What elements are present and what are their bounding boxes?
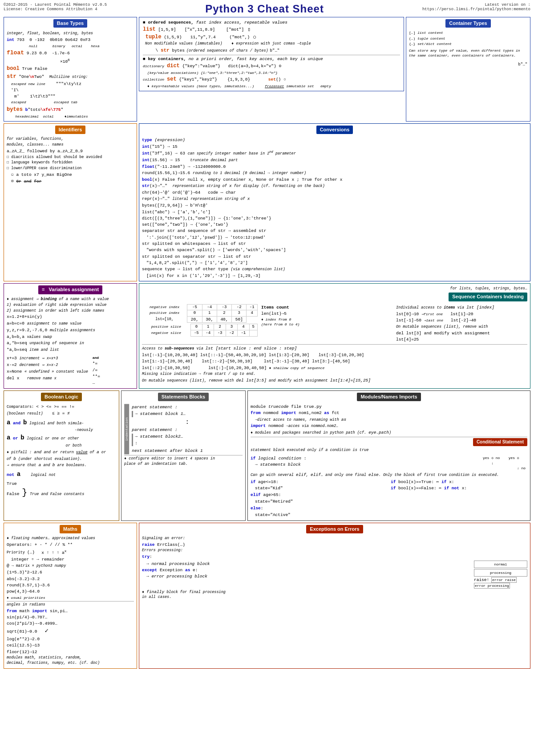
- boolean-logic-box: Boolean Logic Comparators: < > <= >= == …: [4, 390, 119, 521]
- block2-dots: :: [135, 440, 243, 446]
- set-line: collection set {"key1","key2"} {1,9,3,0}…: [143, 76, 400, 83]
- conv-bytes: bytes([72,9,64]) → b'H\t@': [142, 203, 342, 208]
- seq-indexing-title: Sequence Containers Indexing: [449, 293, 527, 301]
- statements-title-bar: Statements Blocks: [124, 393, 243, 402]
- identifiers-title-bar: Identifiers: [7, 126, 134, 135]
- variables-title: = Variables assignment: [38, 285, 102, 294]
- bool-line: bool True False: [7, 65, 134, 73]
- maths-usual: ♦ usual priorities: [7, 595, 134, 600]
- nonmodifiable: Non modifiable values (immutables) ♦ exp…: [143, 41, 400, 47]
- container-note1: […] list content: [409, 30, 527, 35]
- var-del: del x remove name x: [7, 375, 88, 382]
- pos-label: positive index: [142, 310, 187, 317]
- neg-slice-row: negative slice -5-4-3-2-1: [142, 330, 258, 337]
- key-containers: ■ key containers, no a priori order, fas…: [143, 56, 400, 62]
- conversions-title-bar: Conversions: [142, 126, 527, 135]
- exc-processing2: error processing: [474, 583, 527, 588]
- conv-sep: separator str and sequence of str → asse…: [142, 228, 342, 234]
- container-types-title-bar: Container Types: [409, 19, 527, 29]
- middle-column: ■ ordered sequences, fast index access, …: [139, 17, 404, 122]
- fourth-row: Boolean Logic Comparators: < > <= >= == …: [4, 390, 530, 521]
- mod-ex3: import nommod →acces via nommod.nom2…: [251, 423, 527, 429]
- if-line: if logical condition :: [251, 455, 478, 461]
- bytes-labels: hexadecimal octal ♦immutables: [7, 114, 134, 119]
- configure-note: ♦ configure editor to insert 4 spaces in…: [124, 456, 243, 467]
- seq-for-label: for lists, tuples, strings, bytes…: [142, 285, 527, 292]
- conv-split2: "words with spaces".split() → ['words','…: [142, 247, 342, 253]
- exc-raise-label: raise↑ error raise: [474, 577, 527, 583]
- index-table: negative index -5-4 -3-2 -1 positive ind…: [142, 304, 258, 323]
- statements-text: parent statement : → statement block 1… …: [132, 404, 243, 454]
- b-bytes-note: b"…": [409, 61, 527, 68]
- var-ex4: a,b=b,a values swap: [7, 334, 134, 340]
- pitfall3: ⇒ ensure that a and b are booleans.: [7, 462, 116, 468]
- boolean-logic-title-bar: Boolean Logic: [7, 393, 116, 402]
- cond-code-block: if age<=18: state="Kid" elif age>65: sta…: [251, 479, 387, 519]
- maths-cos: cos(2*pi/3)→-0.4999…: [7, 621, 134, 626]
- conversions-content: type (expression) int("15") → 15 int("3f…: [142, 137, 527, 279]
- mod-note: ♦ modules and packages searched in pytho…: [251, 430, 527, 436]
- variables-box: = Variables assignment ♦ assignment ⇒ bi…: [4, 283, 137, 388]
- base-types-box: Base Types integer, float, boolean, stri…: [4, 17, 137, 122]
- var-none: x=None « undefined » constant value: [7, 369, 88, 375]
- maths-angles: angles in radians: [7, 602, 134, 608]
- maths-ex4: pow(4,3)→64.0: [7, 589, 134, 594]
- var-ex5: a,*b=seq unpacking of sequence in: [7, 340, 134, 346]
- cond-examples: if age<=18: state="Kid" elif age>65: sta…: [251, 479, 527, 519]
- header-right: Latest version on : https://perso.limsi.…: [422, 3, 530, 12]
- conv-set: set(["one","two"]) → {'one','two'}: [142, 222, 342, 228]
- maths-title: Maths: [60, 525, 81, 533]
- container-types-title: Container Types: [445, 19, 490, 28]
- copyright-line1: ©2012-2015 · Laurent Pointal Mémento v2.…: [4, 3, 107, 7]
- conv-round: round(15.56,1)→15.6 rounding to 1 decima…: [142, 170, 342, 176]
- ordered-seq-header: ■ ordered sequences, fast index access, …: [143, 20, 400, 25]
- v-20: 20,: [187, 316, 202, 323]
- indentation-label: indentation: [124, 404, 129, 454]
- dict-line: dictionary dict {"key":"value"} dict(a=3…: [143, 62, 400, 70]
- bool-and: a and b logical and both simula- -neousl…: [7, 419, 116, 433]
- slice-ex2: lst[1:-1]→[20,30,40] lst[::-2]→[50,30,10…: [142, 358, 527, 365]
- identifiers-title: Identifiers: [55, 126, 86, 134]
- elif-note: Can go with several elif, elif… and only…: [251, 472, 527, 478]
- pi-0: 0: [187, 310, 202, 317]
- mod-ex2: from nommod import nom1,nom2 as fct: [251, 410, 527, 416]
- var-inc: x+=3 increment ⇔ x=x+3: [7, 355, 88, 362]
- set-note: ♦ keys=hashable values (base types, immu…: [143, 84, 400, 89]
- slice-table: positive slice 012345 negative slice -5-…: [142, 324, 258, 336]
- maths-priority: Priority (…) x ↑ ↑ ↑ ax: [7, 548, 134, 556]
- header-center: Python 3 Cheat Sheet: [107, 3, 422, 15]
- bool-or: a or b logical or one or other or both: [7, 434, 116, 448]
- copyright-line2: License: Creative Commons Attribution 4: [4, 7, 107, 12]
- id-rule4: □ lower/UPPER case discrimination: [7, 166, 134, 171]
- colon: :: [132, 418, 243, 427]
- header: ©2012-2015 · Laurent Pointal Mémento v2.…: [4, 3, 530, 15]
- mod-ex1: module truecode file true.py: [251, 404, 527, 410]
- variables-row: = Variables assignment ♦ assignment ⇒ bi…: [4, 283, 530, 388]
- var-ex3: y,z,r=9.2,-7.6,0 multiple assignments: [7, 327, 134, 333]
- page: ©2012-2015 · Laurent Pointal Mémento v2.…: [0, 0, 534, 673]
- try-line: try:: [142, 554, 527, 560]
- pi-2: 2: [217, 310, 231, 317]
- errors-proc-label: Errors processing:: [142, 548, 527, 553]
- maths-integer-div: integer ÷ → remainder: [7, 557, 134, 563]
- ni-4: -4: [202, 304, 217, 310]
- modules-title-bar: Modules/Names Imports: [251, 393, 527, 402]
- base-types-intro: integer, float, boolean, string, bytes: [7, 30, 134, 37]
- conv-split4: "1,4,8,2".split(",") → ['1','4','8','2']: [142, 260, 342, 266]
- var-ex1: x=1.2+8+sin(y): [7, 314, 134, 320]
- modules-title: Modules/Names Imports: [357, 393, 421, 401]
- statements-content: indentation parent statement : → stateme…: [124, 404, 243, 454]
- maths-title-bar: Maths: [7, 525, 134, 535]
- neg-label: negative index: [142, 304, 187, 310]
- sequence-indexing-box: for lists, tuples, strings, bytes… Seque…: [139, 283, 530, 388]
- statements-blocks-box: Statements Blocks indentation parent sta…: [121, 390, 246, 521]
- page-title: Python 3 Cheat Sheet: [107, 3, 422, 15]
- int-line: int 793 0 -192 0b010 0o642 0xF3: [7, 37, 134, 43]
- id-rule1: a…zA_Z_ followed by a…zA_Z_0…9: [7, 148, 134, 154]
- var-ops: x+=3 increment ⇔ x=x+3 x-=2 decrement ⇔ …: [7, 355, 134, 386]
- bool-result: (boolean result) ≤ ≥ = ≠: [7, 411, 116, 417]
- v-40: 40,: [217, 316, 231, 323]
- ni-3: -3: [217, 304, 231, 310]
- maths-ceil: ceil(12.5)→13: [7, 642, 134, 648]
- v-50: 50]: [232, 316, 247, 323]
